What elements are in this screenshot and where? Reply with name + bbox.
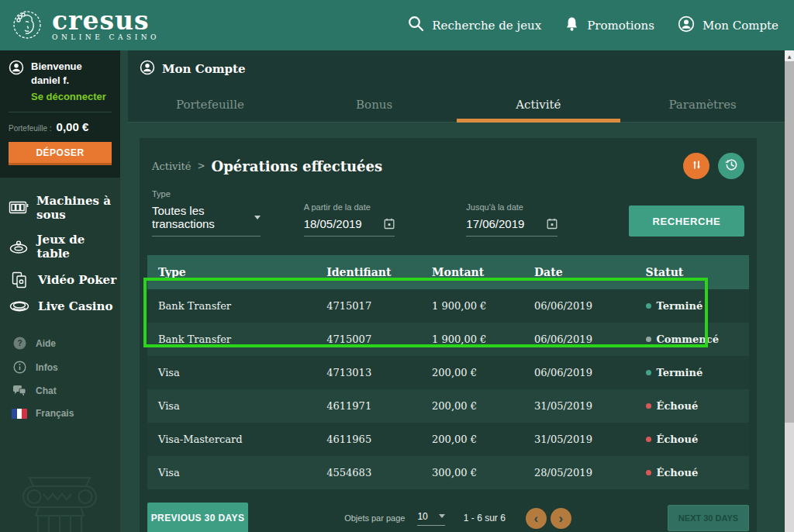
sidebar-divider <box>9 112 112 112</box>
cell-date: 28/05/2019 <box>523 467 635 478</box>
sidebar: Bienvenue daniel f. Se déconnecter Porte… <box>0 50 120 532</box>
account-header: Mon Compte Portefeuille Bonus Activité P… <box>128 50 785 123</box>
info-icon <box>12 361 27 374</box>
tab-parametres[interactable]: Paramètres <box>620 87 785 123</box>
sidebar-item-chat[interactable]: Chat <box>0 379 120 402</box>
previous-30-days-button[interactable]: PREVIOUS 30 DAYS <box>147 503 248 532</box>
sidebar-item-table-games[interactable]: Jeux de table <box>0 227 120 266</box>
calendar-icon <box>547 218 558 230</box>
breadcrumb-separator: > <box>197 161 205 171</box>
cell-id: 4611971 <box>316 400 421 412</box>
nav-account[interactable]: Mon Compte <box>678 16 778 36</box>
scrollbar[interactable]: ▲ <box>785 50 794 532</box>
cell-amount: 200,00 € <box>421 434 523 445</box>
coin-face-icon <box>9 6 45 45</box>
status-label: Échoué <box>657 467 699 478</box>
cell-amount: 300,00 € <box>421 467 523 478</box>
logo-subtitle: ONLINE CASINO <box>52 33 160 41</box>
nav-search-label: Recherche de jeux <box>432 19 541 33</box>
table-row[interactable]: Visa 4611971 200,00 € 31/05/2019 Échoué <box>147 389 749 423</box>
filter-bar: Type Toutes les transactions A partir de… <box>140 183 757 237</box>
tab-bonus[interactable]: Bonus <box>292 87 457 123</box>
sidebar-item-live-casino[interactable]: Live Casino <box>0 294 120 319</box>
status-dot <box>646 303 651 309</box>
wallet-amount: 0,00 € <box>57 120 89 133</box>
sort-button[interactable] <box>683 153 709 179</box>
per-page-label: Objets par page <box>344 513 405 523</box>
table-row[interactable]: Visa 4713013 200,00 € 06/06/2019 Terminé <box>147 356 749 389</box>
table-row[interactable]: Bank Transfer 4715017 1 900,00 € 06/06/2… <box>147 289 749 323</box>
account-icon <box>678 16 695 36</box>
sort-arrows-icon <box>691 159 703 173</box>
from-date-value: 18/05/2019 <box>304 217 362 230</box>
cell-status: Échoué <box>635 400 749 412</box>
breadcrumb-section[interactable]: Activité <box>152 161 191 172</box>
help-icon: ? <box>12 337 27 350</box>
to-date-field[interactable]: Jusqu'à la date 17/06/2019 <box>466 202 558 237</box>
search-icon <box>408 16 424 35</box>
cell-date: 31/05/2019 <box>523 400 635 412</box>
nav-account-label: Mon Compte <box>703 19 778 33</box>
transactions-table: Type Identifiant Montant Date Statut Ban… <box>147 255 749 489</box>
sidebar-item-slots[interactable]: Machines à sous <box>0 188 120 227</box>
status-label: Terminé <box>657 300 703 312</box>
cell-status: Terminé <box>635 367 749 378</box>
status-dot <box>646 437 651 442</box>
avatar-icon <box>9 60 24 102</box>
nav-search-games[interactable]: Recherche de jeux <box>408 16 541 35</box>
cell-amount: 1 900,00 € <box>421 333 523 345</box>
cresus-logo[interactable]: cresus ONLINE CASINO <box>9 6 160 45</box>
cell-date: 06/06/2019 <box>523 367 635 378</box>
greek-column-decoration <box>12 470 107 532</box>
chevron-down-icon <box>439 514 445 518</box>
deposit-button[interactable]: DÉPOSER <box>9 142 112 165</box>
cell-status: Commencé <box>635 333 749 345</box>
sidebar-item-help[interactable]: ? Aide <box>0 331 120 355</box>
cell-status: Terminé <box>635 300 749 312</box>
history-button[interactable] <box>718 153 744 179</box>
scrollbar-thumb[interactable] <box>785 61 794 423</box>
tab-activite[interactable]: Activité <box>457 87 621 123</box>
nav-promotions-label: Promotions <box>587 19 654 33</box>
sidebar-item-label: Chat <box>36 385 57 396</box>
cell-amount: 200,00 € <box>421 400 523 412</box>
status-dot <box>646 403 651 409</box>
table-row[interactable]: Bank Transfer 4715007 1 900,00 € 06/06/2… <box>147 323 749 356</box>
cell-id: 4611965 <box>316 434 421 445</box>
type-filter[interactable]: Type Toutes les transactions <box>152 189 261 237</box>
cell-type: Visa <box>147 467 316 478</box>
next-page-button[interactable]: › <box>551 508 571 529</box>
top-header: cresus ONLINE CASINO Recherche de jeux P… <box>0 0 794 50</box>
search-button[interactable]: RECHERCHE <box>629 206 744 237</box>
cell-type: Bank Transfer <box>147 300 316 312</box>
cell-date: 31/05/2019 <box>523 434 635 445</box>
sidebar-item-language[interactable]: Français <box>0 402 120 424</box>
previous-page-button[interactable]: ‹ <box>526 508 547 529</box>
table-row[interactable]: Visa-Mastercard 4611965 200,00 € 31/05/2… <box>147 423 749 456</box>
logout-link[interactable]: Se déconnecter <box>31 91 106 102</box>
chat-icon <box>12 385 27 397</box>
tab-portefeuille[interactable]: Portefeuille <box>128 87 292 123</box>
status-dot <box>646 470 651 475</box>
status-dot <box>646 370 651 375</box>
col-header-status: Statut <box>635 266 749 278</box>
scrollbar-up-arrow[interactable]: ▲ <box>785 50 794 61</box>
cell-amount: 200,00 € <box>421 367 523 378</box>
cell-id: 4713013 <box>316 367 421 378</box>
cell-id: 4715007 <box>316 333 421 345</box>
welcome-label: Bienvenue <box>31 60 106 74</box>
from-date-field[interactable]: A partir de la date 18/05/2019 <box>304 202 395 237</box>
table-row[interactable]: Visa 4554683 300,00 € 28/05/2019 Échoué <box>147 456 749 489</box>
page-title: Mon Compte <box>162 62 246 76</box>
status-label: Commencé <box>657 333 719 345</box>
to-date-value: 17/06/2019 <box>466 217 524 230</box>
nav-promotions[interactable]: Promotions <box>564 16 654 35</box>
sidebar-item-infos[interactable]: Infos <box>0 355 120 379</box>
sidebar-item-label: Infos <box>36 362 58 373</box>
next-30-days-button[interactable]: NEXT 30 DAYS <box>668 505 749 531</box>
per-page-select[interactable]: 10 <box>417 511 444 526</box>
sidebar-item-video-poker[interactable]: Vidéo Poker <box>0 266 120 294</box>
account-icon <box>140 60 155 78</box>
type-filter-label: Type <box>152 189 261 199</box>
from-date-label: A partir de la date <box>304 202 395 212</box>
